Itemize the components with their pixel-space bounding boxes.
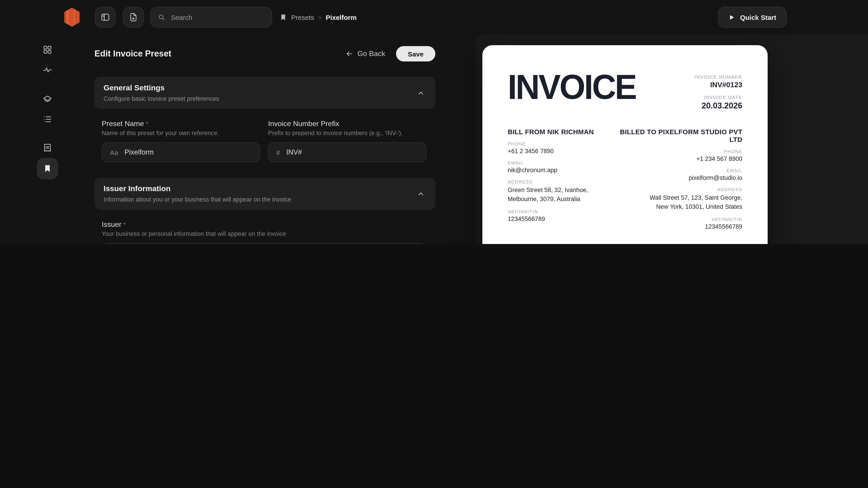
issuer-input-wrap: Aa — [102, 243, 426, 244]
top-bar: Presets > Pixelform Quick Start — [0, 0, 868, 34]
breadcrumb-presets[interactable]: Presets — [291, 13, 314, 21]
address-value: Wall Street 57, 123, Saint George, New Y… — [636, 193, 742, 211]
panel-left-icon — [100, 12, 110, 22]
field-label: Issuer* — [102, 221, 426, 229]
toggle-sidebar-button[interactable] — [95, 7, 116, 28]
sidebar-item-invoices[interactable] — [41, 141, 54, 154]
billed-to-block: BILLED TO PIXELFORM STUDIO PVT LTD PHONE… — [610, 128, 742, 230]
layers-icon — [42, 94, 52, 104]
bookmark-icon — [279, 13, 287, 21]
quick-start-button[interactable]: Quick Start — [718, 7, 786, 28]
preset-name-field: Preset Name* Name of this preset for you… — [102, 120, 260, 162]
phone-label: PHONE — [508, 141, 610, 147]
quick-start-label: Quick Start — [740, 13, 776, 21]
invoice-title: INVOICE — [508, 71, 636, 104]
sidebar-item-list[interactable] — [41, 113, 54, 126]
invoice-date: 20.03.2026 — [694, 101, 742, 111]
go-back-label: Go Back — [358, 50, 385, 58]
section-general-settings[interactable]: General Settings Configure basic invoice… — [94, 77, 435, 109]
vat-label: VAT/INN/TIN — [712, 217, 742, 222]
invoice-header: INVOICE INVOICE NUMBER INV#0123 INVOICE … — [508, 71, 742, 111]
sidebar-item-layers[interactable] — [41, 93, 54, 106]
arrow-left-icon — [345, 50, 353, 58]
search-bar[interactable] — [150, 7, 272, 28]
field-helper: Name of this preset for your own referen… — [102, 130, 260, 136]
vat-value: 12345566789 — [705, 223, 742, 230]
page-title: Edit Invoice Preset — [94, 49, 171, 59]
breadcrumb-separator: > — [318, 14, 322, 21]
list-icon — [42, 114, 52, 124]
email-value: nik@chronum.app — [508, 167, 610, 173]
invoice-meta: INVOICE NUMBER INV#0123 INVOICE DATE 20.… — [694, 71, 742, 111]
chevron-up-icon — [416, 88, 426, 97]
vat-value: 12345566789 — [508, 216, 610, 222]
section-title: Issuer Information — [103, 184, 426, 193]
search-input[interactable] — [170, 13, 265, 22]
address-label: ADDRESS — [508, 180, 610, 184]
grid-icon — [42, 45, 52, 55]
phone-value: +61 2 3456 7890 — [508, 148, 610, 155]
activity-icon — [42, 65, 52, 75]
breadcrumb-current: Pixelform — [326, 13, 357, 21]
sidebar-item-dashboard[interactable] — [41, 43, 54, 56]
address-label: ADDRESS — [717, 187, 742, 192]
sidebar-item-presets-active[interactable] — [37, 158, 58, 179]
hash-icon: # — [276, 149, 280, 156]
section-issuer-information[interactable]: Issuer Information Information about you… — [94, 177, 435, 210]
breadcrumb: Presets > Pixelform — [279, 13, 357, 21]
field-helper: Your business or personal information th… — [102, 230, 426, 237]
invoice-prefix-input-wrap: # — [268, 142, 426, 162]
email-value: pixelform@studio.io — [688, 174, 742, 181]
field-label: Preset Name* — [102, 120, 260, 128]
email-label: EMAIL — [726, 168, 742, 173]
save-button[interactable]: Save — [396, 46, 435, 61]
field-helper: Prefix to prepend to invoice numbers (e.… — [268, 130, 426, 136]
invoice-preview-document: INVOICE INVOICE NUMBER INV#0123 INVOICE … — [483, 45, 768, 244]
form-header: Edit Invoice Preset Go Back Save — [94, 46, 439, 61]
invoice-number-label: INVOICE NUMBER — [694, 74, 742, 79]
chevron-up-icon — [416, 189, 426, 198]
invoice-date-label: INVOICE DATE — [694, 94, 742, 100]
preset-name-input[interactable] — [124, 148, 252, 157]
issuer-field: Issuer* Your business or personal inform… — [102, 221, 426, 244]
address-value: Green Street 58, 32, Ivanhoe, Melbourne,… — [508, 186, 610, 203]
new-document-button[interactable] — [123, 7, 144, 28]
phone-value: +1 234 567 8900 — [696, 156, 742, 162]
email-label: EMAIL — [508, 160, 610, 165]
edit-preset-form: Edit Invoice Preset Go Back Save General… — [94, 34, 439, 244]
phone-label: PHONE — [724, 149, 742, 154]
bill-from-block: BILL FROM NIK RICHMAN PHONE +61 2 3456 7… — [508, 128, 610, 230]
required-asterisk: * — [123, 221, 126, 228]
play-icon — [728, 14, 735, 21]
preset-name-input-wrap: Aa — [102, 142, 260, 162]
general-fields-row: Preset Name* Name of this preset for you… — [94, 120, 439, 162]
bill-from-heading: BILL FROM NIK RICHMAN — [508, 128, 610, 135]
issuer-fields-row: Issuer* Your business or personal inform… — [94, 221, 439, 244]
field-label: Invoice Number Prefix — [268, 120, 426, 128]
invoice-prefix-input[interactable] — [285, 148, 418, 157]
invoice-contacts: BILL FROM NIK RICHMAN PHONE +61 2 3456 7… — [508, 128, 742, 230]
section-subtitle: Information about you or your business t… — [103, 196, 426, 203]
sidebar-item-activity[interactable] — [41, 64, 54, 76]
receipt-icon — [42, 143, 52, 153]
text-aa-icon: Aa — [110, 149, 118, 156]
app-window: Presets > Pixelform Quick Start — [0, 0, 868, 244]
section-title: General Settings — [103, 84, 426, 93]
vat-label: VAT/INN/TIN — [508, 209, 610, 214]
required-asterisk: * — [146, 120, 149, 127]
collapse-section-button[interactable] — [416, 189, 426, 198]
invoice-number: INV#0123 — [694, 81, 742, 89]
go-back-button[interactable]: Go Back — [345, 50, 385, 58]
invoice-prefix-field: Invoice Number Prefix Prefix to prepend … — [268, 120, 426, 162]
billed-to-heading: BILLED TO PIXELFORM STUDIO PVT LTD — [610, 128, 742, 143]
app-logo-icon[interactable] — [62, 7, 81, 28]
sidebar-nav: N — [0, 34, 94, 244]
bookmark-filled-icon — [43, 164, 52, 173]
section-subtitle: Configure basic invoice preset preferenc… — [103, 95, 426, 102]
file-plus-icon — [128, 12, 138, 22]
search-icon — [158, 13, 165, 22]
collapse-section-button[interactable] — [416, 88, 426, 97]
